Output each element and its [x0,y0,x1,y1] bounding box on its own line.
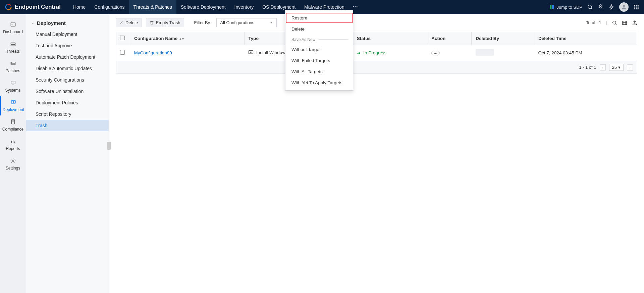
svg-point-8 [588,5,592,9]
sidebar-item-disable-updates[interactable]: Disable Automatic Updates [26,63,109,74]
filter-select[interactable]: All Configurations [216,18,277,27]
rail-reports-label: Reports [6,146,20,151]
install-icon [248,50,254,55]
rail-patches[interactable]: Patches [0,57,26,77]
menu-with-all-targets[interactable]: With All Targets [285,66,353,77]
svg-rect-54 [633,24,637,25]
sidebar-item-software-uninstall[interactable]: Software Uninstallation [26,86,109,97]
sidebar-item-script-repo[interactable]: Script Repository [26,108,109,120]
brand-name: Endpoint Central [15,4,61,10]
svg-rect-6 [550,5,551,9]
sidebar: Deployment Manual Deployment Test and Ap… [26,14,109,293]
rail-deployment[interactable]: Deployment [0,96,26,115]
svg-point-31 [11,64,12,64]
arrow-right-icon: ➔ [357,50,361,56]
patches-icon [10,60,16,66]
jump-to-sdp-label: Jump to SDP [556,5,582,10]
nav-threats-patches[interactable]: Threats & Patches [129,0,176,14]
lightning-icon[interactable] [608,4,614,10]
pagesize-select[interactable]: 25 ▾ [609,64,624,71]
pager-range: 1 - 1 of 1 [579,65,596,70]
rail-settings-label: Settings [6,166,20,170]
avatar[interactable] [619,2,629,12]
systems-icon [10,80,16,86]
row-checkbox[interactable] [120,50,125,55]
sidebar-item-test-approve[interactable]: Test and Approve [26,40,109,51]
nav-configurations[interactable]: Configurations [90,0,129,14]
config-name-link[interactable]: MyConfiguration80 [134,50,172,55]
apps-grid-icon[interactable] [633,4,639,10]
svg-point-44 [12,160,14,162]
nav-inventory[interactable]: Inventory [230,0,258,14]
sidebar-item-trash[interactable]: Trash [26,120,109,131]
left-rail: Dashboard Threats Patches Systems Deploy… [0,14,26,293]
svg-marker-11 [610,5,613,10]
rail-reports[interactable]: Reports [0,135,26,154]
search-icon[interactable] [587,4,593,10]
rail-deployment-label: Deployment [3,107,24,112]
main-content: Delete Empty Trash Filter By : All Confi… [109,14,644,293]
svg-point-5 [357,6,358,7]
svg-point-48 [613,21,616,24]
table-columns-icon[interactable] [622,20,627,26]
delete-button[interactable]: Delete [116,18,142,27]
col-deleted-by[interactable]: Deleted By [472,32,534,45]
sidebar-item-manual-deployment[interactable]: Manual Deployment [26,29,109,40]
svg-rect-26 [11,43,15,44]
close-icon [119,21,123,25]
svg-point-35 [13,101,14,102]
toolbar: Delete Empty Trash Filter By : All Confi… [116,18,637,27]
toolbar-divider: | [606,20,607,25]
rail-dashboard-label: Dashboard [3,30,23,34]
filter-select-value: All Configurations [220,20,254,25]
menu-restore[interactable]: Restore [285,12,353,23]
svg-rect-27 [11,45,15,46]
caret-down-icon: ▾ [618,65,621,70]
menu-with-yet-to-apply[interactable]: With Yet To Apply Targets [285,77,353,88]
row-action-menu[interactable]: ••• [431,51,440,55]
svg-rect-32 [11,81,15,84]
menu-with-failed-targets[interactable]: With Failed Targets [285,55,353,66]
nav-right: Jump to SDP [549,2,639,12]
sidebar-item-deployment-policies[interactable]: Deployment Policies [26,97,109,108]
nav-software-deployment[interactable]: Software Deployment [176,0,230,14]
nav-home[interactable]: Home [69,0,90,14]
select-all-checkbox[interactable] [120,36,125,40]
rail-systems[interactable]: Systems [0,77,26,96]
rail-threats[interactable]: Threats [0,38,26,57]
pager-next[interactable]: › [627,64,633,70]
svg-rect-16 [634,7,635,8]
pager-prev[interactable]: ‹ [600,64,606,70]
sidebar-section-deployment[interactable]: Deployment [26,17,109,29]
rail-settings[interactable]: Settings [0,154,26,174]
rail-compliance[interactable]: Compliance [0,115,26,135]
col-action[interactable]: Action [427,32,472,45]
rail-dashboard[interactable]: Dashboard [0,18,26,38]
menu-group-save-as-new: Save As New [285,35,353,44]
col-deleted-time[interactable]: Deleted Time [534,32,637,45]
rocket-icon[interactable] [598,4,604,10]
sidebar-item-automate-patch[interactable]: Automate Patch Deployment [26,51,109,63]
col-config-name[interactable]: Configuration Name [134,36,177,41]
svg-line-9 [591,8,592,9]
svg-rect-50 [623,21,627,25]
sidebar-item-security-config[interactable]: Security Configurations [26,74,109,86]
table-footer: 1 - 1 of 1 ‹ 25 ▾ › [116,61,637,74]
svg-point-3 [353,6,354,7]
dashboard-icon [10,21,16,28]
col-status[interactable]: Status [353,32,427,45]
empty-trash-button[interactable]: Empty Trash [146,18,184,27]
empty-trash-button-label: Empty Trash [156,20,180,25]
jump-to-sdp[interactable]: Jump to SDP [549,4,582,10]
export-icon[interactable] [632,20,637,26]
caret-down-icon [270,21,273,25]
menu-delete[interactable]: Delete [285,23,353,35]
pagesize-value: 25 [612,65,617,70]
table-row[interactable]: MyConfiguration80 Install Windows P... ➔… [116,45,637,61]
svg-point-12 [623,5,625,7]
nav-more-icon[interactable] [349,4,362,11]
menu-without-target[interactable]: Without Target [285,44,353,55]
table-search-icon[interactable] [612,20,617,26]
rail-patches-label: Patches [6,68,20,73]
deployment-icon [10,99,16,105]
